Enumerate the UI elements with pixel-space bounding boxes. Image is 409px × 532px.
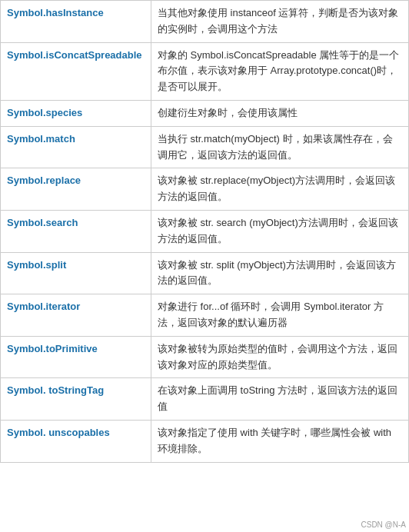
symbol-name: Symbol.hasInstance bbox=[1, 1, 151, 43]
symbol-name: Symbol.toPrimitive bbox=[1, 336, 151, 378]
table-row: Symbol.match当执行 str.match(myObject) 时，如果… bbox=[1, 126, 409, 168]
symbol-name: Symbol.species bbox=[1, 100, 151, 126]
table-row: Symbol.search该对象被 str. search (myObject)… bbox=[1, 210, 409, 252]
symbol-name: Symbol.isConcatSpreadable bbox=[1, 42, 151, 100]
symbol-description: 当执行 str.match(myObject) 时，如果该属性存在，会调用它，返… bbox=[151, 126, 409, 168]
table-row: Symbol.hasInstance当其他对象使用 instanceof 运算符… bbox=[1, 1, 409, 43]
symbol-name: Symbol.search bbox=[1, 210, 151, 252]
symbol-description: 该对象被 str.replace(myObject)方法调用时，会返回该方法的返… bbox=[151, 168, 409, 211]
symbol-name: Symbol.replace bbox=[1, 168, 151, 211]
symbol-name: Symbol.iterator bbox=[1, 294, 151, 337]
symbol-description: 对象的 Symbol.isConcatSpreadable 属性等于的是一个布尔… bbox=[151, 42, 409, 100]
table-row: Symbol.replace该对象被 str.replace(myObject)… bbox=[1, 168, 409, 211]
table-row: Symbol. unscopables该对象指定了使用 with 关键字时，哪些… bbox=[1, 420, 409, 462]
symbol-name: Symbol.match bbox=[1, 126, 151, 168]
table-row: Symbol.split该对象被 str. split (myObject)方法… bbox=[1, 252, 409, 294]
table-row: Symbol. toStringTag在该对象上面调用 toString 方法时… bbox=[1, 378, 409, 421]
table-row: Symbol.species创建衍生对象时，会使用该属性 bbox=[1, 100, 409, 126]
symbol-name: Symbol.split bbox=[1, 252, 151, 294]
table-row: Symbol.iterator对象进行 for...of 循环时，会调用 Sym… bbox=[1, 294, 409, 337]
symbol-description: 对象进行 for...of 循环时，会调用 Symbol.iterator 方法… bbox=[151, 294, 409, 337]
symbol-description: 当其他对象使用 instanceof 运算符，判断是否为该对象的实例时，会调用这… bbox=[151, 1, 409, 43]
symbol-name: Symbol. toStringTag bbox=[1, 378, 151, 421]
symbol-table: Symbol.hasInstance当其他对象使用 instanceof 运算符… bbox=[0, 0, 409, 463]
symbol-description: 该对象被 str. split (myObject)方法调用时，会返回该方法的返… bbox=[151, 252, 409, 294]
symbol-description: 该对象被 str. search (myObject)方法调用时，会返回该方法的… bbox=[151, 210, 409, 252]
table-row: Symbol.isConcatSpreadable对象的 Symbol.isCo… bbox=[1, 42, 409, 100]
symbol-description: 该对象被转为原始类型的值时，会调用这个方法，返回该对象对应的原始类型值。 bbox=[151, 336, 409, 378]
symbol-description: 在该对象上面调用 toString 方法时，返回该方法的返回值 bbox=[151, 378, 409, 421]
symbol-name: Symbol. unscopables bbox=[1, 420, 151, 462]
symbol-description: 创建衍生对象时，会使用该属性 bbox=[151, 100, 409, 126]
table-row: Symbol.toPrimitive该对象被转为原始类型的值时，会调用这个方法，… bbox=[1, 336, 409, 378]
symbol-description: 该对象指定了使用 with 关键字时，哪些属性会被 with 环境排除。 bbox=[151, 420, 409, 462]
